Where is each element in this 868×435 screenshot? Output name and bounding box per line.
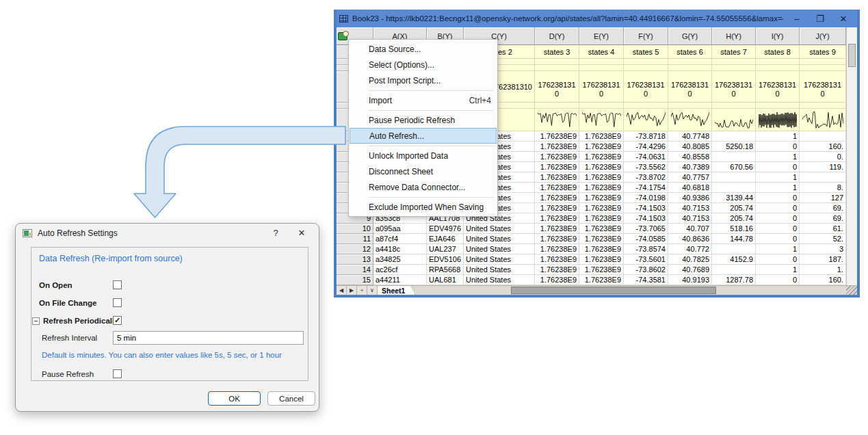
empty-cell[interactable] [624, 59, 668, 65]
data-cell[interactable]: 69. [800, 203, 846, 213]
empty-cell[interactable] [668, 59, 712, 65]
data-cell[interactable]: 1.76238E9 [579, 254, 624, 265]
data-cell[interactable]: United States [464, 254, 535, 265]
data-cell[interactable]: -73.8718 [624, 131, 668, 142]
data-cell[interactable]: 0. [800, 152, 846, 162]
row-header-12[interactable]: 12 [337, 244, 373, 254]
data-cell[interactable]: a44211 [373, 275, 427, 285]
data-cell[interactable]: -74.1503 [624, 203, 668, 213]
data-cell[interactable]: 69. [800, 213, 846, 224]
data-cell[interactable]: 1.76238E9 [535, 265, 579, 275]
data-cell[interactable]: 40.8636 [668, 234, 712, 244]
data-cell[interactable]: 1 [756, 265, 800, 275]
data-cell[interactable]: 0 [756, 224, 800, 234]
data-cell[interactable]: 40.6818 [668, 183, 712, 193]
data-cell[interactable]: United States [464, 224, 535, 234]
data-cell[interactable]: -74.0585 [624, 234, 668, 244]
data-cell[interactable] [712, 183, 756, 193]
vertical-scrollbar-thumb[interactable] [848, 44, 856, 67]
data-cell[interactable]: -73.5601 [624, 254, 668, 265]
data-cell[interactable]: a095aa [373, 224, 427, 234]
tab-sheet1[interactable]: Sheet1 [378, 286, 415, 295]
data-cell[interactable]: 1.76238E9 [535, 254, 579, 265]
sparkline-cell[interactable] [668, 109, 712, 131]
vertical-scrollbar[interactable] [846, 27, 857, 285]
long-name-cell[interactable]: states 3 [535, 45, 579, 59]
empty-cell[interactable] [800, 65, 846, 71]
data-cell[interactable]: 40.7689 [668, 265, 712, 275]
refresh-periodically-checkbox[interactable] [113, 316, 122, 325]
data-cell[interactable] [712, 265, 756, 275]
data-cell[interactable]: EDV5106 [427, 254, 464, 265]
data-cell[interactable]: 1.76238E9 [535, 244, 579, 254]
horizontal-scrollbar[interactable] [415, 286, 846, 295]
data-cell[interactable]: 4152.9 [712, 254, 756, 265]
data-cell[interactable]: 1.76238E9 [579, 172, 624, 183]
data-cell[interactable]: a87cf4 [373, 234, 427, 244]
data-cell[interactable]: 40.7748 [668, 131, 712, 142]
sparkline-cell[interactable] [579, 109, 624, 131]
data-cell[interactable]: 1.76238E9 [535, 193, 579, 203]
data-cell[interactable]: -74.0631 [624, 152, 668, 162]
data-cell[interactable]: United States [464, 275, 535, 285]
data-cell[interactable]: 1.76238E9 [535, 224, 579, 234]
data-cell[interactable]: 1.76238E9 [579, 193, 624, 203]
data-cell[interactable]: -74.4296 [624, 142, 668, 152]
column-header-i[interactable]: I(Y) [756, 27, 800, 45]
refresh-interval-input[interactable] [113, 331, 304, 345]
empty-cell[interactable] [668, 65, 712, 71]
data-cell[interactable]: 3 [800, 244, 846, 254]
resize-grip[interactable] [846, 286, 857, 295]
data-cell[interactable]: 187. [800, 254, 846, 265]
data-cell[interactable]: 40.707 [668, 224, 712, 234]
empty-cell[interactable] [579, 65, 624, 71]
empty-cell[interactable] [535, 59, 579, 65]
data-cell[interactable]: 1.76238E9 [535, 203, 579, 213]
time-value-cell[interactable]: 1762381310 [579, 71, 624, 103]
data-connector-icon[interactable] [338, 32, 347, 40]
data-cell[interactable] [800, 131, 846, 142]
cancel-button[interactable]: Cancel [267, 391, 315, 406]
data-cell[interactable]: 8. [800, 183, 846, 193]
empty-cell[interactable] [535, 65, 579, 71]
long-name-cell[interactable]: states 5 [624, 45, 668, 59]
data-cell[interactable]: 40.772 [668, 244, 712, 254]
sparkline-cell[interactable] [535, 109, 579, 131]
menu-item-disconnect-sheet[interactable]: Disconnect Sheet [350, 163, 497, 179]
data-cell[interactable]: 1 [756, 152, 800, 162]
data-cell[interactable]: 1.76238E9 [579, 275, 624, 285]
data-cell[interactable]: United States [464, 234, 535, 244]
data-cell[interactable]: 40.7757 [668, 172, 712, 183]
data-cell[interactable]: 205.74 [712, 203, 756, 213]
data-cell[interactable]: 1.76238E9 [535, 131, 579, 142]
data-cell[interactable]: 0 [756, 193, 800, 203]
data-cell[interactable]: 205.74 [712, 213, 756, 224]
data-cell[interactable]: 1287.78 [712, 275, 756, 285]
long-name-cell[interactable]: states 8 [756, 45, 800, 59]
data-cell[interactable] [712, 244, 756, 254]
empty-cell[interactable] [800, 59, 846, 65]
minimize-button[interactable]: – [787, 14, 806, 24]
data-cell[interactable]: 1.76238E9 [579, 224, 624, 234]
data-cell[interactable]: a4418c [373, 244, 427, 254]
data-cell[interactable]: 52. [800, 234, 846, 244]
data-cell[interactable]: 1 [756, 183, 800, 193]
data-cell[interactable]: -73.5562 [624, 162, 668, 172]
data-cell[interactable]: 1.76238E9 [535, 234, 579, 244]
data-cell[interactable]: 1 [756, 244, 800, 254]
empty-cell[interactable] [712, 59, 756, 65]
data-cell[interactable]: 1.76238E9 [535, 152, 579, 162]
data-cell[interactable]: -74.3581 [624, 275, 668, 285]
empty-cell[interactable] [668, 103, 712, 109]
data-cell[interactable]: 1.76238E9 [579, 142, 624, 152]
horizontal-scrollbar-thumb[interactable] [511, 287, 716, 294]
data-cell[interactable]: 1.76238E9 [579, 234, 624, 244]
column-header-d[interactable]: D(Y) [535, 27, 579, 45]
data-cell[interactable]: 1.76238E9 [535, 162, 579, 172]
row-header-13[interactable]: 13 [337, 254, 373, 265]
data-cell[interactable]: 0 [756, 234, 800, 244]
long-name-cell[interactable]: states 6 [668, 45, 712, 59]
menu-item-post-import-script[interactable]: Post Import Script... [350, 72, 497, 88]
data-cell[interactable]: 1.76238E9 [535, 172, 579, 183]
column-header-f[interactable]: F(Y) [624, 27, 668, 45]
